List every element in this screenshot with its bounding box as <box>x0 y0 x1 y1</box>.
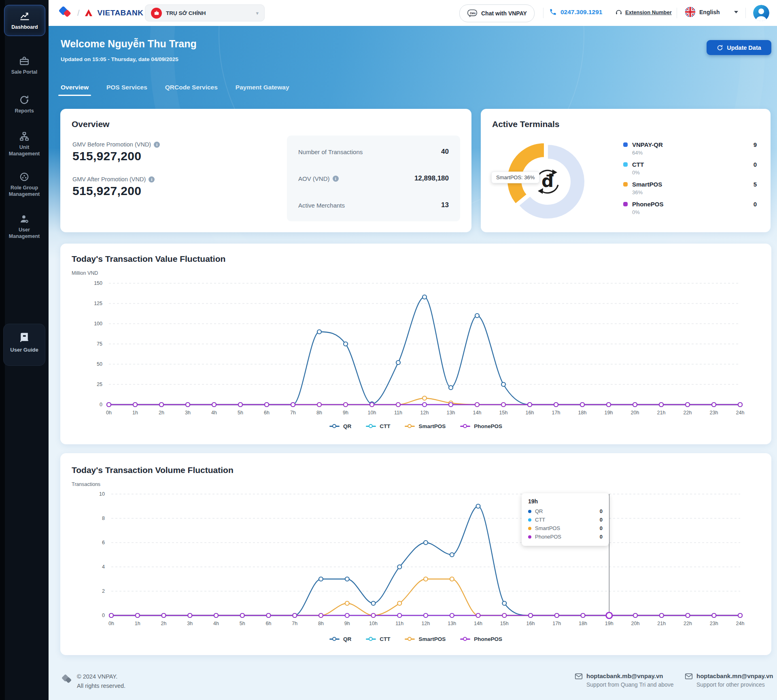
sidebar-item-dashboard[interactable]: Dashboard <box>4 5 45 36</box>
contact-desc: Support for other provinces <box>696 681 773 688</box>
tooltip-series-dot <box>528 518 531 522</box>
tab-overview[interactable]: Overview <box>61 84 89 96</box>
gridlines: 0246810 <box>99 491 740 618</box>
contact-desc: Support from Quang Tri and above <box>586 681 674 688</box>
legend-item-phonepos[interactable]: PhonePOS <box>460 423 502 429</box>
update-data-button[interactable]: Update Data <box>707 40 771 55</box>
phone-icon <box>549 8 557 16</box>
tab-pos-services[interactable]: POS Services <box>106 84 147 96</box>
svg-text:8h: 8h <box>318 621 324 626</box>
legend-item-phonepos[interactable]: PhonePOS <box>460 636 502 642</box>
hotline-phone[interactable]: 0247.309.1291 <box>549 8 602 16</box>
legend-item-ctt[interactable]: CTT <box>366 423 390 429</box>
sidebar-item-role-group-management[interactable]: Role Group Management <box>5 172 44 197</box>
tooltip-series-value: 0 <box>600 534 603 540</box>
contact-email[interactable]: hoptacbank.mb@vnpay.vn <box>586 672 674 679</box>
value-fluctuation-card: Today's Transaction Value Fluctuation Mi… <box>60 244 771 444</box>
svg-text:2h: 2h <box>161 621 167 626</box>
sidebar-item-label: Unit Management <box>5 144 44 157</box>
branch-selector[interactable]: TRỤ SỞ CHÍNH ▾ <box>145 4 265 21</box>
svg-text:19h: 19h <box>605 621 614 626</box>
tab-payment-gateway[interactable]: Payment Gateway <box>236 84 289 96</box>
divider <box>745 8 746 18</box>
svg-text:25: 25 <box>97 382 102 387</box>
tab-qrcode-services[interactable]: QRCode Services <box>165 84 218 96</box>
tooltip-series-name: SmartPOS <box>535 525 560 531</box>
svg-text:100: 100 <box>94 321 102 327</box>
terminal-percent: 36% <box>632 189 757 195</box>
language-selector[interactable]: English <box>685 6 738 17</box>
chat-with-vnpay-button[interactable]: Zalo Chat with VNPAY <box>459 4 535 22</box>
topbar: / VIETABANK TRỤ SỞ CHÍNH ▾ Zalo Chat wit… <box>49 0 777 26</box>
sidebar-user-guide[interactable]: User Guide <box>3 324 45 366</box>
svg-text:5h: 5h <box>238 410 243 416</box>
user-gear-icon <box>5 214 44 224</box>
stat-row-aov: AOV (VND) 12,898,180 <box>298 174 449 182</box>
gmv-after-text: GMV After Promotion (VND) <box>72 176 146 182</box>
dong-refresh-icon: đ <box>537 170 558 194</box>
info-icon[interactable] <box>154 142 160 148</box>
avatar[interactable] <box>753 5 769 21</box>
svg-text:22h: 22h <box>684 410 692 416</box>
tooltip-row-ctt: CTT 0 <box>528 515 603 524</box>
volume-fluctuation-card: Today's Transaction Volume Fluctuation T… <box>60 453 771 655</box>
tooltip-series-value: 0 <box>600 517 603 523</box>
stat-row-transactions: Number of Transactions 40 <box>298 148 449 156</box>
svg-text:14h: 14h <box>474 621 482 626</box>
svg-text:22h: 22h <box>684 621 692 626</box>
svg-text:20h: 20h <box>631 410 639 416</box>
svg-text:4h: 4h <box>213 621 219 626</box>
sidebar-item-sale-portal[interactable]: Sale Portal <box>5 56 44 76</box>
extension-label: Extension Number <box>625 9 672 15</box>
svg-text:12h: 12h <box>420 410 429 416</box>
overview-card-title: Overview <box>72 119 109 129</box>
vnpay-footer-logo <box>61 673 74 686</box>
legend-item-ctt[interactable]: CTT <box>366 636 390 642</box>
gmv-before-label: GMV Before Promotion (VND) <box>72 141 160 148</box>
gmv-before-value: 515,927,200 <box>72 149 141 163</box>
info-icon[interactable] <box>333 176 339 182</box>
sidebar-item-unit-management[interactable]: Unit Management <box>5 131 44 157</box>
terminal-name: SmartPOS <box>632 181 662 188</box>
sidebar-item-user-management[interactable]: User Management <box>5 214 44 240</box>
legend-item-smartpos[interactable]: SmartPOS <box>405 636 446 642</box>
terminal-legend-item-ctt[interactable]: CTT 0 0% <box>623 161 757 176</box>
donut-tooltip: SmartPOS: 36% <box>491 172 539 183</box>
contact-email[interactable]: hoptacbank.mn@vnpay.vn <box>696 672 773 679</box>
terminal-name: PhonePOS <box>632 201 664 208</box>
sidebar: Dashboard Sale Portal Reports Unit Manag… <box>0 0 49 700</box>
sidebar-item-reports[interactable]: Reports <box>5 95 44 115</box>
branch-briefcase-icon <box>151 8 162 19</box>
terminal-legend-item-vnpay-qr[interactable]: VNPAY-QR 9 64% <box>623 141 757 156</box>
svg-text:15h: 15h <box>500 621 509 626</box>
active-terminals-title: Active Terminals <box>492 119 560 129</box>
legend-item-smartpos[interactable]: SmartPOS <box>405 423 446 429</box>
svg-text:đ: đ <box>541 171 554 191</box>
series-qr <box>109 504 742 617</box>
svg-text:Zalo: Zalo <box>470 12 476 15</box>
svg-text:6h: 6h <box>266 621 272 626</box>
legend-marker <box>366 426 376 427</box>
svg-text:5h: 5h <box>240 621 245 626</box>
svg-text:10h: 10h <box>368 410 376 416</box>
divider <box>543 8 543 18</box>
legend-marker <box>460 638 470 640</box>
terminal-legend-item-phonepos[interactable]: PhonePOS 0 0% <box>623 201 757 215</box>
sidebar-item-label: Role Group Management <box>5 185 44 197</box>
legend-item-qr[interactable]: QR <box>329 423 351 429</box>
series-phonepos <box>107 403 742 407</box>
legend-label: QR <box>343 423 351 429</box>
extension-number-link[interactable]: Extension Number <box>615 8 672 16</box>
svg-text:19h: 19h <box>605 410 613 416</box>
svg-text:10: 10 <box>99 491 105 497</box>
terminal-legend-item-smartpos[interactable]: SmartPOS 5 36% <box>623 181 757 195</box>
chart-tooltip: 19h QR 0 CTT 0 SmartPOS 0 PhonePOS 0 <box>522 493 609 546</box>
value-chart-legend: QR CTT SmartPOS PhonePOS <box>60 423 771 429</box>
svg-text:2: 2 <box>102 588 105 594</box>
stat-label: Number of Transactions <box>298 148 363 155</box>
info-icon[interactable] <box>149 176 155 182</box>
legend-item-qr[interactable]: QR <box>329 636 351 642</box>
stat-label: AOV (VND) <box>298 175 339 182</box>
tooltip-series-value: 0 <box>600 525 603 531</box>
svg-text:50: 50 <box>97 361 102 367</box>
